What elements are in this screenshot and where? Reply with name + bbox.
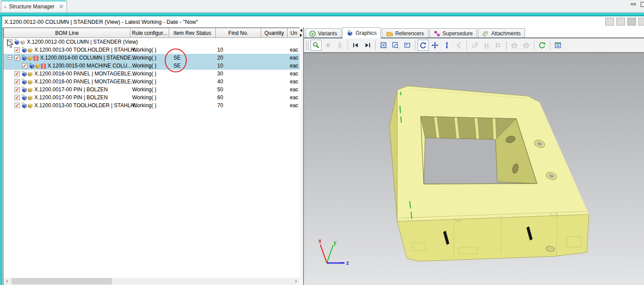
cube-tan-icon: [19, 39, 26, 45]
panel-splitter[interactable]: [300, 27, 303, 285]
graphics-viewport[interactable]: x y z: [304, 52, 644, 285]
bom-horizontal-scrollbar[interactable]: ‹ ›: [4, 278, 300, 285]
toolbar-drag-handle[interactable]: [306, 41, 309, 50]
tab-label: Supersedure: [443, 30, 473, 37]
pan-icon[interactable]: [429, 40, 440, 51]
toolbar-group: [469, 40, 504, 51]
view-layout-button[interactable]: [605, 18, 614, 26]
column-header-item-rev-status[interactable]: Item Rev Status: [169, 28, 216, 38]
rotate-icon[interactable]: [418, 40, 429, 51]
fit-all-icon[interactable]: [378, 40, 389, 51]
view-layout-button[interactable]: [616, 18, 625, 26]
checkbox-check-icon: ✓: [15, 56, 19, 60]
bom-row-checkbox[interactable]: ✓: [15, 47, 20, 52]
tab-graphics[interactable]: Graphics: [342, 27, 381, 38]
rule-config-value: Working( ): [132, 70, 156, 78]
unit-value: eac: [290, 62, 298, 70]
bom-row-checkbox[interactable]: ✓: [15, 87, 20, 92]
rule-config-value: Working( ): [132, 54, 156, 62]
cube-yellow-icon: [27, 47, 33, 53]
refresh-icon[interactable]: [537, 40, 548, 51]
splitter-collapse-right-icon[interactable]: [300, 34, 302, 37]
display-options-icon[interactable]: [552, 40, 563, 51]
bom-row-checkbox[interactable]: ✓: [15, 95, 20, 100]
center-view-icon[interactable]: [402, 40, 413, 51]
bom-tree-row[interactable]: ✓X.1200.0016-00 PANEL | MONTAGEBLE...Wor…: [4, 78, 300, 86]
gift-icon: [33, 55, 39, 61]
cube-yellow-icon: [27, 71, 33, 77]
view-tab-strip: Structure Manager ✕: [0, 0, 644, 12]
model-3d: x y z: [304, 53, 644, 285]
window-minimize-icon[interactable]: [631, 3, 636, 5]
toolbar-separator: [375, 41, 376, 50]
splitter-collapse-left-icon[interactable]: [300, 29, 302, 32]
bom-row-checkbox[interactable]: ✓: [15, 71, 20, 76]
toolbar-separator: [415, 41, 415, 50]
find-no-value: 10: [214, 62, 226, 70]
bom-row-checkbox[interactable]: ✓: [22, 63, 27, 68]
tab-structure-manager[interactable]: Structure Manager ✕: [1, 0, 67, 12]
column-header-quantity[interactable]: Quantity: [261, 28, 288, 38]
tab-label: Variants: [318, 30, 337, 37]
step-last-icon[interactable]: [362, 40, 373, 51]
perspective-accent-left-edge: [0, 16, 2, 285]
bom-line-label: X.1200.0014-00 COLUMN | STAENDE...: [40, 54, 135, 62]
bom-tree-row[interactable]: ✓X.1200.0014-00 COLUMN | STAENDE...Worki…: [4, 54, 300, 62]
bom-tree-row[interactable]: ✓X.1200.0012-00 COLUMN | STAENDER (View): [4, 38, 300, 46]
toolbar-group: [417, 40, 465, 51]
column-header-bom-line[interactable]: BOM Line: [4, 28, 130, 38]
step-first-icon[interactable]: [350, 40, 361, 51]
tree-expander-minus-icon[interactable]: [8, 56, 12, 60]
se-annotation-circle: [165, 49, 187, 72]
bom-tree-row[interactable]: ✓X.1200.0016-00 PANEL | MONTAGEBLE...Wor…: [4, 70, 300, 78]
supersedure-icon: [434, 30, 440, 37]
align-icon: [493, 40, 504, 51]
zoom-select-icon[interactable]: [311, 40, 322, 51]
tab-referencers[interactable]: Referencers: [382, 28, 428, 38]
view-layout-button[interactable]: [638, 18, 644, 26]
unit-value: eac: [290, 46, 298, 54]
cube-yellow-icon: [27, 94, 33, 101]
variants-icon: V: [309, 30, 316, 37]
bom-row-checkbox[interactable]: ✓: [15, 79, 20, 84]
scroll-left-arrow[interactable]: ‹: [4, 278, 11, 285]
gift-icon: [40, 63, 47, 69]
checkbox-check-icon: ✓: [15, 71, 19, 76]
tab-supersedure[interactable]: Supersedure: [429, 28, 477, 38]
bom-tree-row[interactable]: ✓X.1200.0017-00 PIN | BOLZENWorking( )50…: [4, 86, 300, 94]
bom-tree-panel: BOM LineRule configur...Item Rev StatusF…: [3, 27, 300, 285]
rule-config-value: Working( ): [132, 46, 156, 54]
rule-config-value: Working( ): [132, 94, 156, 101]
tab-title: Structure Manager: [9, 4, 55, 10]
column-header-un[interactable]: Un: [288, 28, 300, 38]
bom-row-checkbox[interactable]: ✓: [15, 103, 20, 108]
zoom-area-icon[interactable]: [390, 40, 401, 51]
tab-close-icon[interactable]: ✕: [59, 4, 63, 10]
tab-variants[interactable]: VVariants: [305, 28, 341, 38]
unit-value: eac: [290, 78, 298, 86]
bom-line-label: X.1200.0016-00 PANEL | MONTAGEBLE...: [34, 78, 135, 86]
find-no-value: 40: [214, 78, 226, 86]
scroll-thumb[interactable]: [11, 278, 112, 285]
toolbar-group: [536, 40, 548, 51]
structure-manager-window: Structure Manager ✕ X.1200.0012-00 COLUM…: [0, 0, 644, 285]
tab-attachments[interactable]: Attachments: [478, 28, 525, 38]
view-layout-button[interactable]: [627, 18, 636, 26]
zoom-inout-icon[interactable]: [441, 40, 452, 51]
find-no-value: 50: [214, 86, 226, 94]
bom-tree-row[interactable]: ✓X.1200.0015-00 MACHINE COLU...Working( …: [4, 62, 300, 70]
axis-triad: x y z: [318, 238, 349, 266]
bom-tree-row[interactable]: ✓X.1200.0013-00 TOOLHOLDER | STAHLH...Wo…: [4, 101, 300, 109]
cube-yellow-icon: [27, 102, 33, 109]
column-header-rule-configur-[interactable]: Rule configur...: [130, 28, 169, 38]
unload-icon: [481, 40, 492, 51]
svg-text:y: y: [333, 240, 337, 246]
bom-tree-row[interactable]: ✓X.1200.0017-00 PIN | BOLZENWorking( )60…: [4, 94, 300, 101]
window-maximize-icon[interactable]: [640, 2, 644, 7]
toolbar-separator: [534, 41, 534, 50]
scroll-right-arrow[interactable]: ›: [292, 278, 300, 285]
bom-tree-row[interactable]: ✓X.1200.0013-00 TOOLHOLDER | STAHLH...Wo…: [4, 46, 300, 54]
checkbox-check-icon: ✓: [15, 103, 19, 108]
column-header-find-no-[interactable]: Find No.: [216, 28, 261, 38]
bom-row-checkbox[interactable]: ✓: [15, 55, 20, 60]
